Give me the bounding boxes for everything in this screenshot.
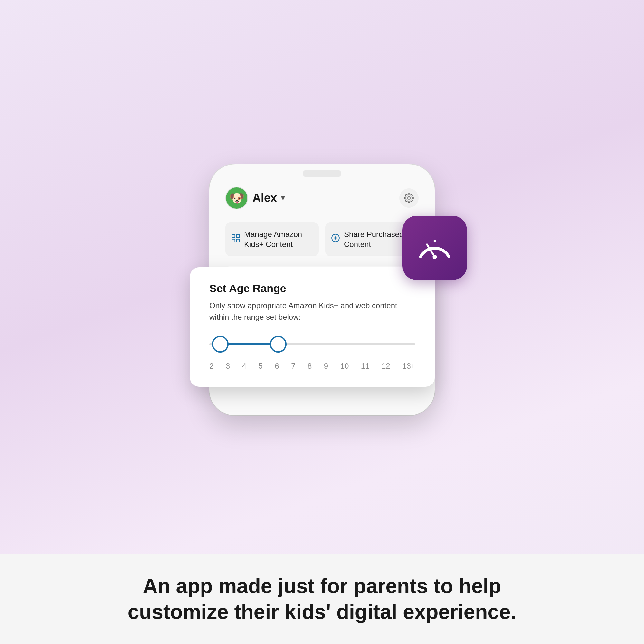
manage-kids-label: Manage Amazon Kids+ Content <box>244 229 313 249</box>
speedometer-icon <box>417 230 452 266</box>
age-range-slider[interactable] <box>209 335 415 354</box>
layers-icon <box>231 233 240 242</box>
svg-rect-2 <box>236 234 239 237</box>
age-label-12: 12 <box>382 362 390 371</box>
age-range-description: Only show appropriate Amazon Kids+ and w… <box>209 300 415 323</box>
tagline: An app made just for parents to help cus… <box>97 573 547 625</box>
dropdown-arrow-icon: ▼ <box>279 194 287 202</box>
slider-thumb-right[interactable] <box>270 336 287 353</box>
age-label-3: 3 <box>226 362 230 371</box>
age-label-2: 2 <box>209 362 213 371</box>
action-buttons-row: Manage Amazon Kids+ Content Share Purcha… <box>225 222 419 256</box>
tagline-line1: An app made just for parents to help <box>143 574 501 598</box>
svg-rect-1 <box>232 234 235 237</box>
slider-thumb-left[interactable] <box>212 336 229 353</box>
svg-point-10 <box>421 253 423 256</box>
age-label-13plus: 13+ <box>402 362 415 371</box>
settings-button[interactable] <box>399 188 419 208</box>
age-label-10: 10 <box>340 362 349 371</box>
age-label-11: 11 <box>361 362 370 371</box>
tagline-line2: customize their kids' digital experience… <box>128 600 516 623</box>
plus-circle-icon <box>331 233 340 242</box>
age-range-title: Set Age Range <box>209 282 415 295</box>
age-label-4: 4 <box>242 362 246 371</box>
age-label-8: 8 <box>308 362 312 371</box>
svg-point-12 <box>434 240 436 242</box>
share-purchased-icon <box>331 233 340 245</box>
age-label-6: 6 <box>275 362 279 371</box>
svg-point-9 <box>432 255 437 259</box>
age-labels: 2 3 4 5 6 7 8 9 10 11 12 13+ <box>209 362 415 371</box>
app-icon <box>403 216 467 280</box>
age-label-5: 5 <box>258 362 262 371</box>
svg-rect-4 <box>236 239 239 242</box>
profile-name-text: Alex <box>252 191 277 205</box>
age-range-card: Set Age Range Only show appropriate Amaz… <box>190 267 435 387</box>
svg-rect-3 <box>232 239 235 242</box>
age-label-7: 7 <box>291 362 295 371</box>
phone-wrapper: 🐶 Alex ▼ <box>209 164 435 415</box>
top-section: 🐶 Alex ▼ <box>0 0 644 554</box>
avatar: 🐶 <box>225 187 248 209</box>
age-label-9: 9 <box>324 362 328 371</box>
svg-point-0 <box>408 197 410 199</box>
svg-point-11 <box>446 253 449 256</box>
avatar-emoji: 🐶 <box>229 191 244 205</box>
manage-kids-button[interactable]: Manage Amazon Kids+ Content <box>225 222 319 256</box>
phone-notch <box>303 170 341 177</box>
app-icon-container <box>403 216 467 280</box>
gear-icon <box>404 193 414 203</box>
manage-kids-icon <box>231 233 240 245</box>
phone-top-row: 🐶 Alex ▼ <box>225 187 419 209</box>
profile-name[interactable]: Alex ▼ <box>252 191 287 205</box>
bottom-section: An app made just for parents to help cus… <box>0 554 644 644</box>
profile-area: 🐶 Alex ▼ <box>225 187 287 209</box>
